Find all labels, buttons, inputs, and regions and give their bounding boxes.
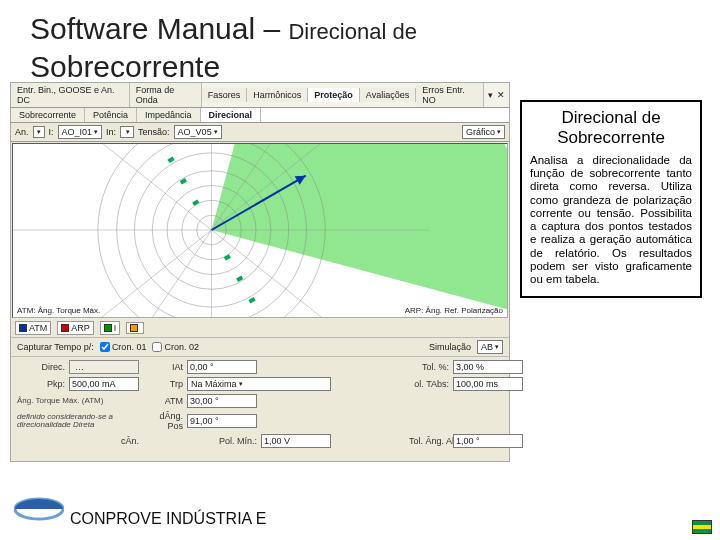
- iat-label: IAt: [143, 362, 183, 372]
- tab-forma-onda[interactable]: Forma de Onda: [130, 83, 202, 107]
- tol-ang-input[interactable]: 1,00 °: [453, 434, 523, 448]
- main-tabs: Entr. Bin., GOOSE e An. DC Forma de Onda…: [11, 83, 509, 108]
- subtab-sobrecorrente[interactable]: Sobrecorrente: [11, 108, 85, 122]
- controls-grid: Direc. … IAt 0,00 ° Tol. %: 3,00 % Pkp: …: [11, 357, 509, 451]
- polmin-label: Pol. Mín.:: [187, 436, 257, 446]
- chart-label-atm: ATM: Âng. Torque Máx.: [17, 306, 100, 315]
- flag-icon: [692, 520, 712, 534]
- pkp-input[interactable]: 500,00 mA: [69, 377, 139, 391]
- legend-row: ATM ARP I: [11, 319, 509, 337]
- atm-field-label: ATM: [143, 396, 183, 406]
- subtab-direcional[interactable]: Direcional: [201, 108, 262, 122]
- pin-icon[interactable]: ▾: [488, 90, 493, 100]
- description-title: Direcional de Sobrecorrente: [530, 108, 692, 148]
- chart-toolbar: An. ▾ I: AO_I01▾ In: ▾ Tensão: AO_V05▾ G…: [11, 123, 509, 142]
- atm-input[interactable]: 30,00 °: [187, 394, 257, 408]
- title-sub: Direcional de: [288, 19, 416, 44]
- slide-subtitle: Sobrecorrente: [30, 50, 220, 84]
- subtab-potencia[interactable]: Potência: [85, 108, 137, 122]
- direc-label: Direc.: [17, 362, 65, 372]
- tensao-select[interactable]: AO_V05▾: [174, 125, 222, 139]
- tol-ang-label: Tol. Âng. Abs:: [409, 436, 449, 446]
- direc-button[interactable]: …: [69, 360, 139, 374]
- polmin-input[interactable]: 1,00 V: [261, 434, 331, 448]
- in-label: In:: [106, 127, 116, 137]
- tol-pct-input[interactable]: 3,00 %: [453, 360, 523, 374]
- tol-tabs-input[interactable]: 100,00 ms: [453, 377, 523, 391]
- cron2-checkbox[interactable]: Cron. 02: [152, 342, 199, 352]
- pkp-label: Pkp:: [17, 379, 65, 389]
- polar-chart[interactable]: ATM: Âng. Torque Máx. ARP: Âng. Ref. Pol…: [12, 143, 508, 318]
- in-select[interactable]: ▾: [120, 126, 134, 138]
- sim-select[interactable]: AB▾: [477, 340, 503, 354]
- atm-note: definido considerando-se a direcionalida…: [17, 413, 139, 430]
- legend-i[interactable]: I: [100, 321, 121, 335]
- i-label: I:: [49, 127, 54, 137]
- tab-fasores[interactable]: Fasores: [202, 88, 248, 102]
- sub-tabs: Sobrecorrente Potência Impedância Direci…: [11, 108, 509, 123]
- cron1-checkbox[interactable]: Cron. 01: [100, 342, 147, 352]
- tab-entr-bin[interactable]: Entr. Bin., GOOSE e An. DC: [11, 83, 130, 107]
- grafico-select[interactable]: Gráfico▾: [462, 125, 505, 139]
- tab-erros[interactable]: Erros Entr. NO: [416, 83, 484, 107]
- sim-label: Simulação: [429, 342, 471, 352]
- tab-protecao[interactable]: Proteção: [308, 88, 360, 102]
- tab-harmonicos[interactable]: Harmônicos: [247, 88, 308, 102]
- legend-4[interactable]: [126, 322, 144, 334]
- trp-select[interactable]: Na Máxima▾: [187, 377, 331, 391]
- chart-label-arp: ARP: Âng. Ref. Polarização: [405, 306, 503, 315]
- legend-atm[interactable]: ATM: [15, 321, 51, 335]
- tol-pct-label: Tol. %:: [409, 362, 449, 372]
- atm-heading: Âng. Torque Máx. (ATM): [17, 397, 139, 405]
- capture-label: Capturar Tempo p/:: [17, 342, 94, 352]
- can-label: cÂn.: [69, 436, 139, 446]
- trp-label: Trp: [143, 379, 183, 389]
- app-window: Entr. Bin., GOOSE e An. DC Forma de Onda…: [10, 82, 510, 462]
- capture-row: Capturar Tempo p/: Cron. 01 Cron. 02 Sim…: [11, 337, 509, 357]
- iat-input[interactable]: 0,00 °: [187, 360, 257, 374]
- an-label: An.: [15, 127, 29, 137]
- dang-input[interactable]: 91,00 °: [187, 414, 257, 428]
- tensao-label: Tensão:: [138, 127, 170, 137]
- an-select[interactable]: ▾: [33, 126, 45, 138]
- title-main: Software Manual –: [30, 12, 288, 45]
- description-text: Analisa a direcionalidade da função de s…: [530, 154, 692, 286]
- description-box: Direcional de Sobrecorrente Analisa a di…: [520, 100, 702, 298]
- dang-label: dÂng. Pos: [143, 411, 183, 431]
- tab-avaliacoes[interactable]: Avaliações: [360, 88, 416, 102]
- subtab-impedancia[interactable]: Impedância: [137, 108, 201, 122]
- footer-text: CONPROVE INDÚSTRIA E: [70, 510, 266, 528]
- logo-swoosh-icon: [14, 496, 64, 522]
- slide-title: Software Manual – Direcional de: [30, 12, 417, 46]
- close-icon[interactable]: ✕: [497, 90, 505, 100]
- legend-arp[interactable]: ARP: [57, 321, 94, 335]
- tol-tabs-label: ol. TAbs:: [409, 379, 449, 389]
- i-select[interactable]: AO_I01▾: [58, 125, 103, 139]
